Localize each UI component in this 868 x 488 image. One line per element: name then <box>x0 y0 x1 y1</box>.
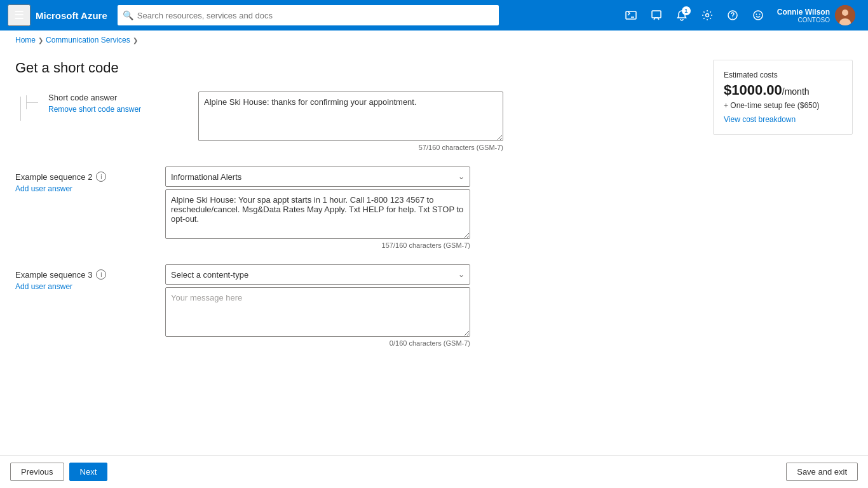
breadcrumb-home[interactable]: Home <box>15 36 36 44</box>
save-exit-button[interactable]: Save and exit <box>786 463 858 481</box>
example-3-select[interactable]: Select a content-type Informational Aler… <box>171 270 465 280</box>
example-3-label: Example sequence 3 i <box>15 269 155 280</box>
user-name: Connie Wilson <box>777 8 830 17</box>
user-org: CONTOSO <box>777 17 830 24</box>
hamburger-icon[interactable]: ☰ <box>8 4 31 26</box>
bottom-nav-left: Previous Next <box>10 463 107 481</box>
cost-label: Estimated costs <box>724 71 842 79</box>
breadcrumb: Home ❯ Communication Services ❯ <box>0 30 868 50</box>
topbar-right-icons: 1 Connie Wilson CONTOSO <box>620 3 860 28</box>
cost-amount-row: $1000.00/month <box>724 82 842 98</box>
example-2-label: Example sequence 2 i <box>15 172 155 182</box>
svg-point-9 <box>842 10 848 16</box>
main-content: Get a short code Short code answer Remov… <box>0 50 868 455</box>
bottom-nav-right: Save and exit <box>786 463 858 481</box>
user-profile[interactable]: Connie Wilson CONTOSO <box>772 3 860 28</box>
feedback-icon[interactable] <box>645 4 668 27</box>
svg-point-4 <box>732 18 733 19</box>
remove-short-code-button[interactable]: Remove short code answer <box>48 105 188 114</box>
avatar <box>835 5 855 25</box>
app-logo: Microsoft Azure <box>36 10 107 21</box>
example-2-info-icon[interactable]: i <box>96 172 106 182</box>
cost-breakdown-link[interactable]: View cost breakdown <box>724 115 842 124</box>
add-user-answer-2-button[interactable]: Add user answer <box>15 184 155 193</box>
bottom-bar: Previous Next Save and exit <box>0 455 868 488</box>
example-sequence-3-row: Example sequence 3 i Add user answer Sel… <box>15 264 853 347</box>
cost-setup: + One-time setup fee ($650) <box>724 101 842 110</box>
example-2-char-count: 157/160 characters (GSM-7) <box>165 241 470 249</box>
search-icon: 🔍 <box>123 10 133 20</box>
breadcrumb-service[interactable]: Communication Services <box>46 36 130 44</box>
breadcrumb-sep-1: ❯ <box>38 37 43 44</box>
example-3-message-textarea[interactable] <box>165 287 470 337</box>
example-sequence-2-row: Example sequence 2 i Add user answer Inf… <box>15 166 853 249</box>
svg-point-2 <box>705 14 709 17</box>
previous-button[interactable]: Previous <box>10 463 64 481</box>
short-code-answer-label: Short code answer <box>48 92 188 102</box>
example-2-message-textarea[interactable]: Alpine Ski House: Your spa appt starts i… <box>165 189 470 239</box>
help-icon[interactable] <box>721 4 744 27</box>
example-3-info-icon[interactable]: i <box>96 269 106 280</box>
cloud-shell-icon[interactable] <box>620 4 642 27</box>
settings-icon[interactable] <box>696 4 719 27</box>
svg-point-7 <box>759 14 760 15</box>
example-3-char-count: 0/160 characters (GSM-7) <box>165 339 470 347</box>
example-2-dropdown[interactable]: Informational Alerts Promotional Two-way… <box>165 166 470 187</box>
add-user-answer-3-button[interactable]: Add user answer <box>15 282 155 291</box>
svg-point-6 <box>756 14 757 15</box>
notification-icon[interactable]: 1 <box>670 4 693 27</box>
cost-panel: Estimated costs $1000.00/month + One-tim… <box>713 60 853 135</box>
search-bar: 🔍 <box>118 5 499 25</box>
next-button[interactable]: Next <box>69 463 108 481</box>
feedback-smiley-icon[interactable] <box>747 4 770 27</box>
svg-rect-0 <box>626 11 636 19</box>
cost-amount: $1000.00 <box>724 82 782 98</box>
breadcrumb-sep-2: ❯ <box>133 37 138 44</box>
svg-point-5 <box>754 11 763 20</box>
cost-period: /month <box>782 86 810 97</box>
notification-count: 1 <box>682 6 691 15</box>
example-3-dropdown[interactable]: Select a content-type Informational Aler… <box>165 264 470 285</box>
example-2-select[interactable]: Informational Alerts Promotional Two-way… <box>171 172 465 182</box>
topbar: ☰ Microsoft Azure 🔍 1 Connie Wilson CONT… <box>0 0 868 30</box>
short-code-char-count: 57/160 characters (GSM-7) <box>198 144 503 151</box>
search-input[interactable] <box>137 11 494 20</box>
svg-rect-1 <box>652 11 661 18</box>
short-code-answer-textarea[interactable]: Alpine Ski House: thanks for confirming … <box>198 92 503 141</box>
